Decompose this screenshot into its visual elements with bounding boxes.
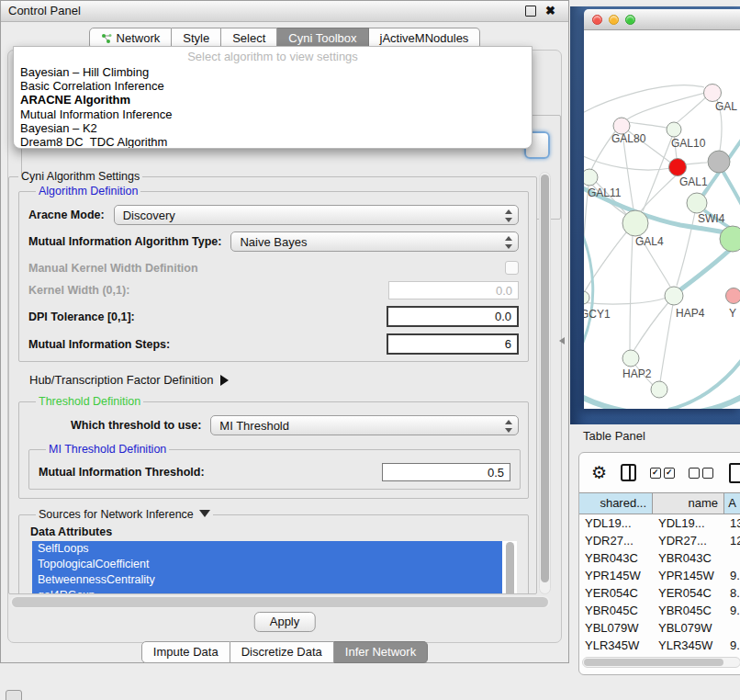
- column-header[interactable]: shared...: [579, 493, 653, 514]
- node-gal10[interactable]: [667, 122, 681, 137]
- kernel-width-field: 0.0: [388, 281, 519, 299]
- table-row[interactable]: YPR145WYPR145W9.: [579, 567, 740, 584]
- which-threshold-combobox[interactable]: MI Threshold: [210, 415, 519, 435]
- table-row[interactable]: YBL079WYBL079W: [579, 619, 740, 637]
- settings-vertical-scrollbar[interactable]: [539, 172, 551, 594]
- close-icon[interactable]: ✖: [545, 6, 555, 16]
- bottom-tab-bar: Impute DataDiscretize DataInfer Network: [1, 641, 568, 663]
- column-header[interactable]: name: [653, 493, 724, 514]
- which-threshold-value: MI Threshold: [211, 419, 289, 433]
- settings-horizontal-scrollbar[interactable]: [10, 596, 550, 608]
- mi-threshold-field[interactable]: 0.5: [382, 463, 510, 481]
- node-label: GAL11: [588, 186, 622, 199]
- network-canvas[interactable]: GALGAL80GAL10GAL1GAL11SWI4GAL4GCY1HAP4YH…: [584, 30, 740, 409]
- table-cell: 13: [724, 514, 740, 532]
- algorithm-definition-title: Algorithm Definition: [36, 185, 140, 198]
- attribute-item-selected[interactable]: gal4RGexp: [32, 588, 502, 594]
- attribute-item-selected[interactable]: BetweennessCentrality: [32, 572, 502, 588]
- node-gcy1[interactable]: [584, 291, 589, 304]
- window-title: Control Panel: [8, 1, 81, 21]
- node-hap4[interactable]: [665, 287, 683, 305]
- node-gal1[interactable]: [669, 159, 687, 176]
- data-attributes-label: Data Attributes: [30, 525, 521, 538]
- table-row[interactable]: YBR045CYBR045C9.: [579, 602, 740, 619]
- table-row[interactable]: YDL19...YDL19...13: [579, 514, 740, 532]
- table-cell: YBL079W: [653, 619, 724, 637]
- apply-button[interactable]: Apply: [254, 612, 316, 632]
- table-cell: YDL19...: [579, 514, 653, 532]
- node-label: Y: [729, 307, 736, 320]
- node-label: GCY1: [584, 308, 611, 321]
- aracne-mode-value: Discovery: [115, 209, 175, 222]
- tab-label: Discretize Data: [241, 645, 322, 659]
- algorithm-item[interactable]: Basic Correlation Inference: [14, 79, 532, 93]
- node-gal4[interactable]: [622, 210, 648, 236]
- table-header-row: shared...nameA: [579, 492, 740, 514]
- node-label: HAP2: [622, 367, 652, 380]
- mi-steps-field[interactable]: 6: [387, 333, 519, 355]
- table-row[interactable]: YBR043CYBR043C: [579, 549, 740, 567]
- node-gal11[interactable]: [584, 169, 598, 186]
- table-row[interactable]: YDR27...YDR27...12: [579, 532, 740, 549]
- algorithm-item[interactable]: Mutual Information Inference: [14, 107, 532, 121]
- table-horizontal-scrollbar[interactable]: [582, 657, 740, 668]
- float-window-icon[interactable]: [525, 6, 536, 17]
- attribute-item-selected[interactable]: SelfLoops: [32, 541, 502, 557]
- node-label: SWI4: [698, 212, 725, 225]
- attribute-item-selected[interactable]: TopologicalCoefficient: [32, 557, 502, 572]
- network-view-window: GALGAL80GAL10GAL1GAL11SWI4GAL4GCY1HAP4YH…: [584, 9, 740, 409]
- tab-impute-data[interactable]: Impute Data: [141, 641, 230, 663]
- cyni-algorithm-settings-group: Cyni Algorithm Settings Algorithm Defini…: [8, 170, 537, 594]
- table-row[interactable]: YER054CYER054C8.: [579, 584, 740, 602]
- node-gal[interactable]: [704, 85, 722, 102]
- tab-discretize-data[interactable]: Discretize Data: [230, 641, 334, 663]
- mi-type-combobox[interactable]: Naive Bayes: [230, 231, 519, 252]
- data-attributes-list[interactable]: SelfLoopsTopologicalCoefficientBetweenne…: [32, 541, 517, 594]
- manual-kernel-checkbox[interactable]: [505, 261, 519, 275]
- table-panel-title: Table Panel: [583, 429, 645, 443]
- algorithm-item[interactable]: Dream8 DC_TDC Algorithm: [14, 135, 532, 149]
- expanded-arrow-icon[interactable]: [199, 510, 210, 517]
- table-cell: YPR145W: [653, 567, 724, 584]
- tab-infer-network[interactable]: Infer Network: [334, 641, 428, 663]
- table-toolbar: ⚙ ✓✓: [579, 453, 740, 492]
- table-cell: YLR345W: [579, 637, 653, 653]
- node-label: GAL: [715, 100, 737, 113]
- splitter-collapse-icon[interactable]: [559, 337, 565, 344]
- columns-icon[interactable]: [621, 464, 636, 481]
- table-cell: YBR043C: [653, 549, 724, 567]
- bottom-corner-button[interactable]: [6, 690, 22, 700]
- table-cell: YBL079W: [579, 619, 653, 637]
- gear-icon[interactable]: ⚙: [591, 464, 607, 481]
- select-all-checkboxes-icon[interactable]: ✓✓: [650, 468, 675, 479]
- node-unlabeled[interactable]: [651, 381, 667, 398]
- threshold-definition-title: Threshold Definition: [36, 395, 143, 408]
- close-traffic-light-icon[interactable]: [592, 15, 602, 25]
- column-header[interactable]: A: [724, 493, 740, 514]
- dpi-tolerance-field[interactable]: 0.0: [387, 306, 519, 327]
- table-cell: YBR045C: [579, 602, 653, 619]
- node-unlabeled[interactable]: [708, 151, 730, 173]
- hub-definition-label: Hub/Transcription Factor Definition: [29, 373, 213, 387]
- minimize-traffic-light-icon[interactable]: [609, 15, 619, 25]
- kernel-width-label: Kernel Width (0,1):: [28, 284, 129, 297]
- zoom-traffic-light-icon[interactable]: [625, 15, 635, 25]
- table-row[interactable]: YLR345WYLR345W9.: [579, 637, 740, 653]
- algorithm-item[interactable]: ARACNE Algorithm: [14, 93, 532, 107]
- export-table-icon[interactable]: [729, 463, 740, 483]
- tab-label: Style: [183, 31, 209, 45]
- deselect-all-checkboxes-icon[interactable]: [689, 468, 713, 479]
- algorithm-definition-group: Algorithm Definition Aracne Mode: Discov…: [18, 185, 529, 362]
- node-swi4[interactable]: [687, 193, 707, 213]
- node-hap2[interactable]: [622, 350, 639, 367]
- node-y[interactable]: [726, 288, 740, 304]
- aracne-mode-combobox[interactable]: Discovery: [114, 205, 519, 225]
- algorithm-item[interactable]: Bayesian – K2: [14, 121, 532, 135]
- hub-definition-expander[interactable]: Hub/Transcription Factor Definition: [29, 373, 536, 387]
- network-window-titlebar[interactable]: [584, 9, 740, 30]
- threshold-definition-group: Threshold Definition Which threshold to …: [18, 395, 529, 499]
- list-scrollbar[interactable]: [506, 542, 514, 594]
- table-cell: 9.: [724, 637, 740, 653]
- algorithm-item[interactable]: Bayesian – Hill Climbing: [14, 65, 532, 79]
- combobox-stepper-icon: [504, 236, 511, 249]
